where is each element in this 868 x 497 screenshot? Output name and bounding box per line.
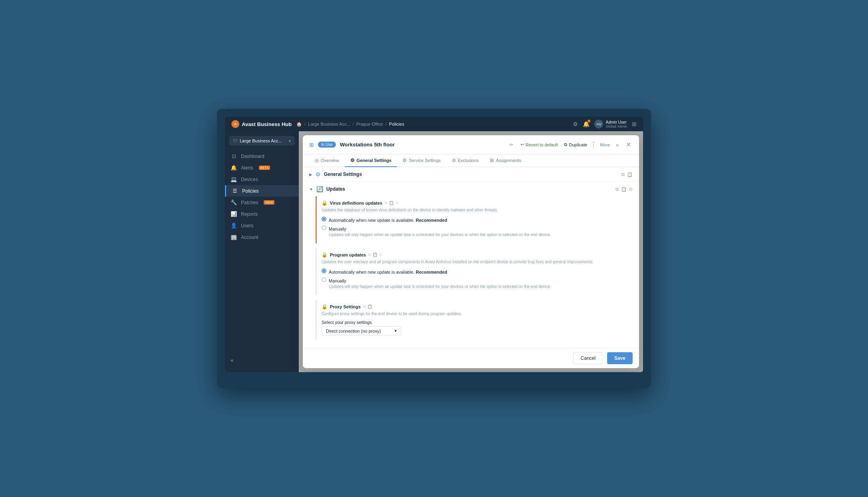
grid-icon[interactable]: ⊞ [632, 121, 637, 127]
sidebar-item-patches[interactable]: 🔧 Patches NEW [225, 197, 299, 208]
sidebar-label-account: Account [241, 235, 258, 240]
proxy-select-area: Select your proxy settings Direct connec… [322, 320, 628, 335]
sidebar-item-alerts[interactable]: 🔔 Alerts BETA [225, 162, 299, 174]
patches-icon: 🔧 [231, 199, 237, 205]
modal-close-button[interactable]: ✕ [624, 139, 633, 150]
program-updates-manual-label: Manually [329, 278, 346, 283]
user-info: AU Admin User Global Admin [594, 120, 627, 128]
duplicate-icon: ⧉ [564, 142, 567, 147]
tab-general-settings[interactable]: ⚙ General Settings [345, 154, 397, 167]
in-use-badge: In Use [318, 142, 336, 148]
proxy-settings-subsection: 🔒 Proxy Settings ⧉ 📋 Configure proxy set… [316, 300, 633, 339]
home-icon[interactable]: 🏠 [296, 122, 302, 127]
sidebar-collapse-button[interactable]: « [225, 353, 299, 367]
more-options-button[interactable]: ⋮ [590, 141, 597, 148]
virus-def-recommended: Recommended [416, 218, 447, 223]
general-settings-header[interactable]: ▶ ⚙ General Settings ⧉ 📋 [303, 167, 639, 181]
virus-def-auto-label: Automatically when new update is availab… [329, 218, 447, 223]
sidebar-label-policies: Policies [242, 188, 258, 194]
pu-icon-3: ⊙ [379, 252, 382, 257]
sidebar-item-reports[interactable]: 📊 Reports [225, 208, 299, 220]
sidebar-label-users: Users [241, 223, 253, 229]
virus-def-auto-radio[interactable] [322, 217, 326, 221]
virus-def-title: Virus definitions updates [330, 201, 382, 205]
program-updates-subsection: 🔒 Program updates ⧉ 📋 ⊙ Updates the user… [316, 248, 633, 295]
program-updates-auto-radio[interactable] [322, 268, 326, 273]
devices-icon: 💻 [231, 176, 237, 182]
updates-section: ▼ 🔄 Updates ⧉ 📋 ⊙ [303, 182, 639, 348]
account-selector[interactable]: 🛡 Large Business Acc... ▾ [229, 136, 295, 146]
program-updates-header: 🔒 Program updates ⧉ 📋 ⊙ [322, 252, 628, 258]
user-name: Admin User [606, 120, 627, 124]
updates-extra-icon[interactable]: ⊙ [629, 187, 633, 192]
general-settings-section-icon: ⚙ [316, 171, 321, 178]
revert-to-default-button[interactable]: ↩ Revert to default [517, 140, 561, 149]
paste-action-icon[interactable]: 📋 [627, 172, 633, 177]
notification-badge [588, 120, 590, 122]
sidebar-item-dashboard[interactable]: ⊡ Dashboard [225, 150, 299, 162]
tab-assignments[interactable]: ⊞ Assignments [484, 154, 527, 167]
sidebar-label-devices: Devices [241, 177, 258, 182]
pu-icon-2: 📋 [373, 252, 377, 257]
updates-paste-icon[interactable]: 📋 [621, 187, 627, 192]
alerts-icon: 🔔 [231, 165, 237, 171]
updates-actions: ⧉ 📋 ⊙ [615, 187, 633, 192]
modal-header-actions: ↩ Revert to default ⧉ Duplicate ⋮ More [517, 140, 610, 149]
proxy-select-label: Select your proxy settings [322, 320, 628, 325]
reports-icon: 📊 [231, 211, 237, 217]
program-updates-auto-option[interactable]: Automatically when new update is availab… [322, 268, 628, 275]
general-settings-actions: ⧉ 📋 [621, 172, 633, 177]
sidebar-item-policies[interactable]: ☰ Policies [225, 185, 299, 197]
program-updates-manual-radio[interactable] [322, 277, 326, 282]
general-settings-toggle: ▶ [309, 172, 312, 177]
program-updates-recommended: Recommended [416, 270, 447, 274]
vd-icon-3: ⊙ [395, 201, 398, 205]
modal-overlay: ⊞ In Use Workstations 5th floor ✏ ↩ Reve… [299, 131, 643, 372]
program-updates-title: Program updates [330, 252, 366, 257]
exclusions-tab-icon: ⊘ [452, 158, 456, 163]
updates-content: 🔒 Virus definitions updates ⧉ 📋 ⊙ Update… [303, 196, 639, 348]
tab-overview[interactable]: ◎ Overview [309, 154, 345, 167]
tab-exclusions[interactable]: ⊘ Exclusions [446, 154, 485, 167]
duplicate-button[interactable]: ⧉ Duplicate [564, 142, 587, 147]
ps-icon-2: 📋 [367, 304, 372, 309]
general-settings-title: General Settings [324, 172, 618, 177]
users-icon: 👤 [231, 223, 237, 229]
virus-def-manual-radio[interactable] [322, 225, 326, 230]
sidebar-item-account[interactable]: 🏢 Account [225, 231, 299, 243]
sidebar-label-alerts: Alerts [241, 165, 253, 171]
updates-header[interactable]: ▼ 🔄 Updates ⧉ 📋 ⊙ [303, 182, 639, 196]
pu-icon-1: ⧉ [368, 252, 371, 257]
modal-title: Workstations 5th floor [340, 142, 505, 148]
virus-def-manual-option[interactable]: Manually Updates will only happen when a… [322, 225, 628, 238]
sidebar-label-reports: Reports [241, 211, 258, 217]
tab-service-settings[interactable]: ⚙ Service Settings [397, 154, 446, 167]
program-updates-lock-icon: 🔒 [322, 252, 327, 258]
settings-icon[interactable]: ⚙ [573, 121, 578, 127]
sidebar-label-dashboard: Dashboard [241, 154, 264, 159]
breadcrumb-office[interactable]: Prague Office [356, 122, 383, 126]
virus-def-auto-option[interactable]: Automatically when new update is availab… [322, 216, 628, 223]
general-settings-section: ▶ ⚙ General Settings ⧉ 📋 [303, 167, 639, 182]
alerts-beta-badge: BETA [259, 166, 270, 170]
general-settings-tab-icon: ⚙ [350, 158, 355, 163]
program-updates-manual-sub: Updates will only happen when an update … [329, 284, 551, 290]
policy-detail-modal: ⊞ In Use Workstations 5th floor ✏ ↩ Reve… [303, 135, 639, 368]
notification-bell[interactable]: 🔔 [583, 120, 590, 128]
updates-section-icon: 🔄 [316, 186, 323, 192]
proxy-dropdown-chevron: ▾ [395, 328, 397, 333]
edit-title-icon[interactable]: ✏ [509, 142, 513, 148]
program-updates-manual-option[interactable]: Manually Updates will only happen when a… [322, 277, 628, 290]
updates-toggle: ▼ [309, 187, 313, 191]
copy-action-icon[interactable]: ⧉ [621, 172, 625, 177]
cancel-button[interactable]: Cancel [573, 352, 603, 364]
proxy-select-dropdown[interactable]: Direct connection (no proxy) ▾ [322, 326, 401, 335]
modal-expand-button[interactable]: » [614, 140, 620, 150]
sidebar-item-devices[interactable]: 💻 Devices [225, 174, 299, 185]
dashboard-icon: ⊡ [231, 153, 237, 159]
sidebar-item-users[interactable]: 👤 Users [225, 220, 299, 231]
breadcrumb-account[interactable]: Large Business Acc... [308, 122, 350, 126]
updates-copy-icon[interactable]: ⧉ [615, 187, 619, 192]
save-button[interactable]: Save [607, 352, 633, 364]
program-updates-icons: ⧉ 📋 ⊙ [368, 252, 382, 257]
